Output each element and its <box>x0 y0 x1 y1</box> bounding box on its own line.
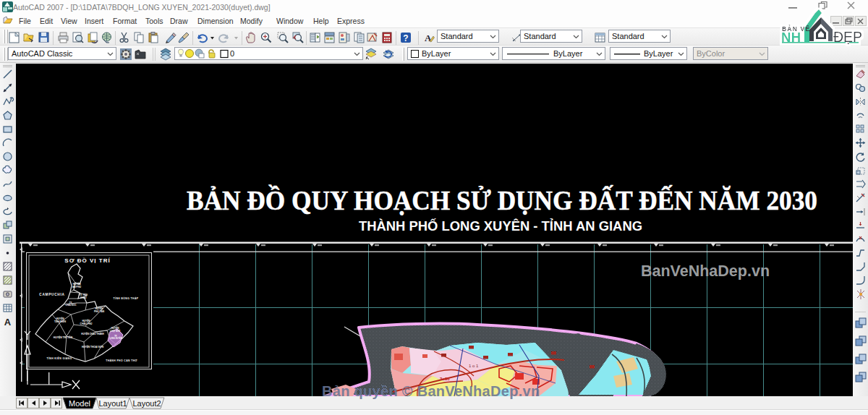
svg-text:THÀNH PHỐ CẦN THƠ: THÀNH PHỐ CẦN THƠ <box>106 359 137 362</box>
svg-text:1 o 1: 1 o 1 <box>469 364 479 368</box>
svg-text:THÀNH PHỐ LONG XUYÊN - TỈNH AN: THÀNH PHỐ LONG XUYÊN - TỈNH AN GIANG <box>359 218 642 234</box>
svg-text:BẢN ĐỒ QUY HOẠCH SỬ DỤNG ĐẤT Đ: BẢN ĐỒ QUY HOẠCH SỬ DỤNG ĐẤT ĐẾN NĂM 203… <box>187 184 817 215</box>
svg-text:SƠ ĐỒ VỊ TRÍ: SƠ ĐỒ VỊ TRÍ <box>64 257 110 264</box>
svg-text:HUYỆN THOẠI SƠN: HUYỆN THOẠI SƠN <box>82 345 104 348</box>
svg-text:CHÂU PHÚ: CHÂU PHÚ <box>80 322 93 325</box>
svg-text:PHÚ TÂN: PHÚ TÂN <box>94 309 105 313</box>
svg-text:CAMPUCHIA: CAMPUCHIA <box>39 293 64 296</box>
svg-text:A: A <box>4 317 12 328</box>
svg-text:3o36: 3o36 <box>440 377 450 381</box>
svg-text:CHÂU: CHÂU <box>80 296 87 299</box>
svg-text:HUYỆN TRI TÔN: HUYỆN TRI TÔN <box>54 335 73 339</box>
svg-text:BanVeNhaDep.vn: BanVeNhaDep.vn <box>641 262 770 280</box>
svg-text:TỈNH ĐỒNG THÁP: TỈNH ĐỒNG THÁP <box>114 296 139 300</box>
svg-text:Model: Model <box>69 399 90 408</box>
svg-text:Layout1: Layout1 <box>98 399 127 408</box>
svg-text:TỈNH KIÊN GIANG: TỈNH KIÊN GIANG <box>46 356 72 360</box>
svg-text:CHỢ MỚI: CHỢ MỚI <box>110 329 121 333</box>
svg-text:TỊNH BIÊN: TỊNH BIÊN <box>54 320 67 323</box>
svg-text:AN PHÚ: AN PHÚ <box>72 285 82 288</box>
svg-text:CHÂU ĐỐC: CHÂU ĐỐC <box>65 303 76 307</box>
svg-text:?: ? <box>403 33 408 43</box>
svg-text:HUYỆN CHÂU THÀNH: HUYỆN CHÂU THÀNH <box>81 332 103 335</box>
svg-text:Layout2: Layout2 <box>132 399 161 408</box>
